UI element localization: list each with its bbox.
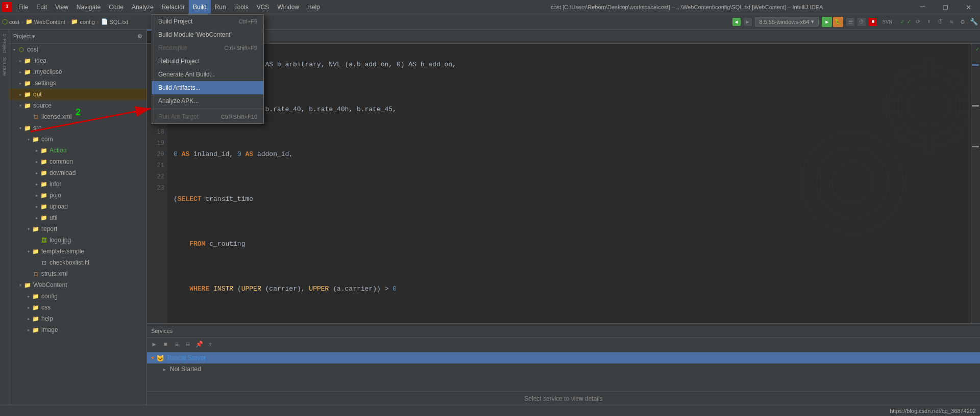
- structure-panel-button[interactable]: Structure: [1, 55, 8, 78]
- menu-tools[interactable]: Tools: [230, 0, 253, 14]
- services-run-button[interactable]: ▶: [149, 340, 159, 350]
- services-title: Services: [151, 328, 173, 334]
- forward-button[interactable]: ▶: [744, 18, 752, 26]
- coverage-button[interactable]: ☰: [846, 18, 854, 26]
- status-bar: https://blog.csdn.net/qq_36874292: [0, 405, 980, 416]
- tree-webcontent[interactable]: ▾ 📁 WebContent: [9, 279, 146, 291]
- title-bar: I File Edit View Navigate Code Analyze R…: [0, 0, 980, 14]
- services-panel: Services ▶ ■ ≡ ⊟ 📌 + ▾ 🐱 Tomcat Server ▸: [147, 323, 980, 405]
- status-url: https://blog.csdn.net/qq_36874292: [890, 408, 976, 414]
- menu-edit[interactable]: Edit: [32, 0, 51, 14]
- svn-label: SVN:: [882, 19, 895, 25]
- run-controls: ▶ 🐛: [822, 17, 843, 27]
- svn-compare-button[interactable]: ⇅: [947, 18, 955, 26]
- menu-bar: File Edit View Navigate Code Analyze Ref…: [14, 0, 463, 14]
- stop-button[interactable]: ■: [869, 18, 877, 26]
- tree-source[interactable]: ▾ 📁 source: [9, 100, 146, 111]
- tree-css[interactable]: ▸ 📁 css: [9, 302, 146, 313]
- services-tree: ▾ 🐱 Tomcat Server ▸ Not Started: [147, 351, 980, 392]
- menu-build[interactable]: Build: [189, 0, 211, 14]
- profile-button[interactable]: ⏱: [857, 18, 866, 26]
- tree-logo[interactable]: 🖼 logo.jpg: [9, 235, 146, 246]
- svn-update-button[interactable]: ⟳: [914, 18, 922, 26]
- tree-struts-xml[interactable]: ⊡ struts.xml: [9, 268, 146, 279]
- menu-analyze[interactable]: Analyze: [128, 0, 158, 14]
- services-not-started-item[interactable]: ▸ Not Started: [147, 363, 980, 375]
- tree-template-simple[interactable]: ▾ 📁 template.simple: [9, 246, 146, 257]
- tree-help[interactable]: ▸ 📁 help: [9, 313, 146, 324]
- menu-separator: [152, 109, 263, 109]
- tree-download[interactable]: ▸ 📁 download: [9, 167, 146, 178]
- breadcrumb-file[interactable]: 📄 SQL.txt: [101, 18, 129, 25]
- tree-idea[interactable]: ▸ 📁 .idea: [9, 55, 146, 66]
- toolbar: ⬡ cost › 📁 WebContent › 📁 config › 📄 SQL…: [0, 14, 980, 30]
- debug-button[interactable]: 🐛: [833, 17, 843, 27]
- back-button[interactable]: ◀: [732, 18, 741, 26]
- tree-util[interactable]: ▸ 📁 util: [9, 212, 146, 223]
- tree-image[interactable]: ▸ 📁 image: [9, 324, 146, 335]
- jdk-selector[interactable]: 8.5.55-windows-x64 ▾: [755, 17, 819, 27]
- code-editor: 📄 SQL.txt ✕ 11 12 13 14 15 16 17 18 19 2…: [147, 30, 980, 405]
- tree-settings[interactable]: ▸ 📁 .settings: [9, 77, 146, 89]
- tree-root-cost[interactable]: ▾ ⬡ cost: [9, 44, 146, 55]
- sidebar-settings-icon[interactable]: ⚙: [137, 33, 142, 40]
- menu-code[interactable]: Code: [105, 0, 128, 14]
- tree-out[interactable]: ▸ 📁 out: [9, 89, 146, 100]
- services-stop-button[interactable]: ■: [160, 340, 170, 350]
- menu-view[interactable]: View: [51, 0, 72, 14]
- project-sidebar: Project ▾ ⚙ ▾ ⬡ cost ▸ 📁 .idea: [9, 30, 147, 405]
- tree-myeclipse[interactable]: ▸ 📁 .myeclipse: [9, 66, 146, 77]
- run-button[interactable]: ▶: [822, 17, 832, 27]
- breadcrumb: ⬡ cost › 📁 WebContent › 📁 config › 📄 SQL…: [2, 18, 128, 25]
- wrench-button[interactable]: 🔧: [970, 18, 978, 26]
- tree-pojo[interactable]: ▸ 📁 pojo: [9, 190, 146, 201]
- services-collapse-button[interactable]: ≡: [172, 340, 182, 350]
- services-add-button[interactable]: +: [205, 340, 215, 350]
- menu-analyze-apk[interactable]: Analyze APK...: [152, 94, 263, 108]
- toolbar-right: ◀ ▶ 8.5.55-windows-x64 ▾ ▶ 🐛 ☰ ⏱ ■ SVN: …: [732, 17, 978, 27]
- tree-common[interactable]: ▸ 📁 common: [9, 156, 146, 167]
- svn-status-check: ✓: [901, 18, 904, 25]
- menu-file[interactable]: File: [14, 0, 32, 14]
- tree-license-xml[interactable]: ⊡ license.xml: [9, 111, 146, 122]
- tree-infor[interactable]: ▸ 📁 infor: [9, 178, 146, 190]
- window-title: cost [C:\Users\Reborn\Desktop\workspace\…: [463, 4, 912, 10]
- menu-run[interactable]: Run: [211, 0, 230, 14]
- menu-build-project[interactable]: Build Project Ctrl+F9: [152, 15, 263, 28]
- breadcrumb-webcontent[interactable]: 📁 WebContent: [26, 18, 65, 25]
- project-panel-button[interactable]: 1: Project: [1, 32, 8, 55]
- tree-config[interactable]: ▸ 📁 config: [9, 291, 146, 302]
- settings-button[interactable]: ⚙: [959, 18, 967, 26]
- services-pin-button[interactable]: 📌: [194, 340, 204, 350]
- tree-src[interactable]: ▾ 📁 src: [9, 122, 146, 134]
- svn-history-button[interactable]: ⏱: [936, 18, 944, 26]
- menu-generate-ant[interactable]: Generate Ant Build...: [152, 68, 263, 81]
- close-button[interactable]: ✕: [957, 0, 980, 14]
- maximize-button[interactable]: ❐: [934, 0, 957, 14]
- tree-upload[interactable]: ▸ 📁 upload: [9, 201, 146, 212]
- menu-refactor[interactable]: Refactor: [158, 0, 189, 14]
- status-bar-right: https://blog.csdn.net/qq_36874292: [890, 408, 976, 414]
- menu-build-module[interactable]: Build Module 'WebContent': [152, 28, 263, 41]
- tree-action[interactable]: ▸ 📁 Action: [9, 145, 146, 156]
- menu-recompile: Recompile Ctrl+Shift+F9: [152, 41, 263, 55]
- svn-commit-button[interactable]: ⬆: [925, 18, 933, 26]
- services-filter-button[interactable]: ⊟: [183, 340, 193, 350]
- svn-status-check2: ✓: [907, 18, 911, 25]
- tree-com[interactable]: ▾ 📁 com: [9, 134, 146, 145]
- menu-window[interactable]: Window: [273, 0, 303, 14]
- breadcrumb-project[interactable]: ⬡ cost: [2, 18, 19, 25]
- services-tomcat-item[interactable]: ▾ 🐱 Tomcat Server: [147, 352, 980, 363]
- minimize-button[interactable]: ─: [911, 0, 934, 14]
- tree-checkboxlist[interactable]: ⊡ checkboxlist.ftl: [9, 257, 146, 268]
- menu-rebuild-project[interactable]: Rebuild Project: [152, 55, 263, 68]
- sidebar-title: Project ▾: [13, 33, 35, 40]
- menu-vcs[interactable]: VCS: [253, 0, 274, 14]
- menu-help[interactable]: Help: [303, 0, 324, 14]
- breadcrumb-config[interactable]: 📁 config: [71, 18, 94, 25]
- tree-report[interactable]: ▾ 📁 report: [9, 223, 146, 235]
- menu-run-ant: Run Ant Target Ctrl+Shift+F10: [152, 110, 263, 123]
- services-detail-text: Select service to view details: [147, 392, 980, 405]
- menu-build-artifacts[interactable]: Build Artifacts...: [152, 81, 263, 94]
- menu-navigate[interactable]: Navigate: [72, 0, 105, 14]
